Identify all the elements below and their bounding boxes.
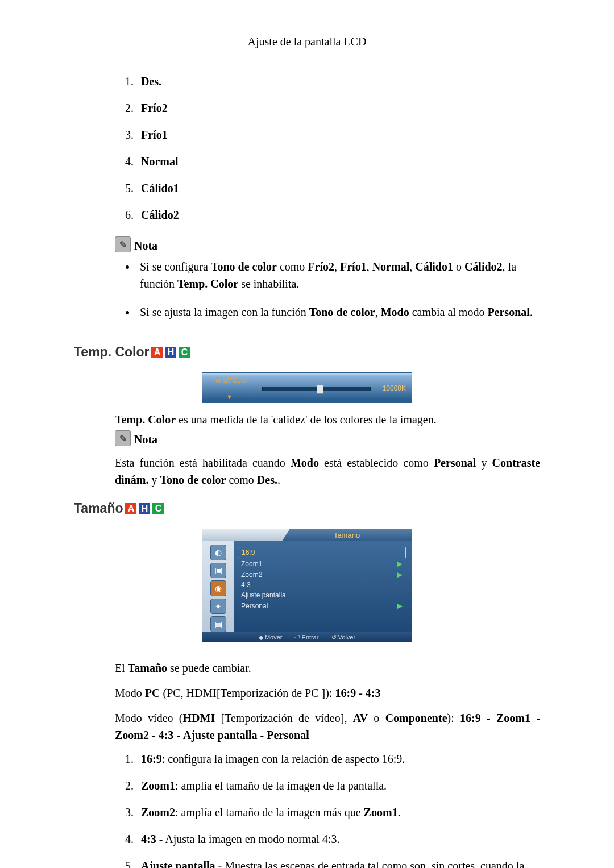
arrow-icon: ▶: [397, 559, 403, 568]
temp-color-note-text: Esta función está habilitada cuando Modo…: [115, 454, 540, 488]
list-item: Cálido1: [136, 182, 540, 209]
list-item: Cálido2: [136, 209, 540, 235]
list-item: Si se configura Tono de color como Frío2…: [136, 258, 540, 304]
slider-track: [262, 387, 371, 391]
temp-color-slider-panel: ▲▼ Temp. Color 10000K: [202, 372, 412, 403]
list-item: Zoom1: amplía el tamaño de la imagen de …: [136, 779, 540, 806]
arrow-icon: ▶: [397, 570, 403, 579]
slider-thumb: [317, 385, 323, 394]
list-item: Si se ajusta la imagen con la función To…: [136, 304, 540, 332]
list-item: 4:3 - Ajusta la imagen en modo normal 4:…: [136, 833, 540, 859]
list-item: Frío1: [136, 128, 540, 155]
section-heading-text: Temp. Color: [74, 344, 149, 360]
list-item: Normal: [136, 155, 540, 182]
note-label: Nota: [134, 239, 157, 252]
menu-item: Zoom2▶: [238, 569, 406, 580]
section-heading-temp-color: Temp. Color A H C: [74, 344, 540, 360]
menu-footer: ◆ Mover ⏎ Entrar ↺ Volver: [202, 632, 412, 642]
tone-color-list: Des. Frío2 Frío1 Normal Cálido1 Cálido2: [115, 75, 540, 235]
menu-list: 16:9 Zoom1▶ Zoom2▶ 4:3 Ajuste pantalla P…: [238, 547, 406, 611]
side-icon: ◐: [210, 545, 226, 560]
footer-hint: ⏎ Entrar: [294, 634, 318, 641]
menu-side-icons: ◐ ▣ ◉ ✦ ▤: [202, 541, 234, 632]
section-heading-tamano: Tamaño A H C: [74, 501, 540, 516]
tamano-p1: El Tamaño se puede cambiar.: [115, 659, 540, 676]
side-icon: ▤: [210, 616, 226, 632]
note-label: Nota: [134, 433, 157, 446]
tamano-menu-panel: Tamaño ◐ ▣ ◉ ✦ ▤ 16:9 Zoom1▶ Zoom2▶ 4:3 …: [202, 529, 412, 642]
footer-rule: [74, 828, 540, 828]
menu-tab-title: Tamaño: [282, 529, 412, 541]
list-item: Des.: [136, 75, 540, 102]
tamano-p3: Modo vídeo (HDMI [Temporización de vídeo…: [115, 709, 540, 744]
side-icon: ◉: [210, 580, 226, 596]
badge-a: A: [125, 503, 136, 514]
badge-a: A: [151, 347, 163, 358]
slider-value: 10000K: [383, 384, 406, 392]
note-block: ✎ Nota: [115, 430, 540, 446]
menu-item: 4:3: [238, 580, 406, 590]
slider-label: Temp. Color: [206, 376, 255, 384]
menu-item: 16:9: [238, 547, 406, 558]
menu-item: Personal▶: [238, 600, 406, 611]
side-icon: ✦: [210, 599, 226, 614]
list-item: Frío2: [136, 102, 540, 128]
badge-c: C: [152, 503, 164, 514]
list-item: 16:9: configura la imagen con la relació…: [136, 753, 540, 779]
page-header-title: Ajuste de la pantalla LCD: [74, 35, 540, 52]
note-icon: ✎: [115, 236, 131, 252]
footer-hint: ↺ Volver: [331, 634, 356, 641]
footer-hint: ◆ Mover: [259, 634, 283, 641]
badge-c: C: [179, 347, 190, 358]
arrow-icon: ▶: [397, 601, 403, 610]
tamano-size-list: 16:9: configura la imagen con la relació…: [115, 753, 540, 868]
note-icon: ✎: [115, 430, 131, 446]
menu-item: Zoom1▶: [238, 558, 406, 569]
list-item: Zoom2: amplía el tamaño de la imagen más…: [136, 806, 540, 833]
temp-color-desc: Temp. Color es una medida de la 'calidez…: [115, 411, 540, 428]
badge-h: H: [165, 347, 176, 358]
section-heading-text: Tamaño: [74, 501, 123, 516]
note-block: ✎ Nota: [115, 236, 540, 252]
note-bullets: Si se configura Tono de color como Frío2…: [115, 258, 540, 332]
badge-h: H: [139, 503, 150, 514]
list-item: Ajuste pantalla - Muestra las escenas de…: [136, 859, 540, 868]
tamano-p2: Modo PC (PC, HDMI[Temporización de PC ])…: [115, 684, 540, 701]
side-icon: ▣: [210, 563, 226, 579]
menu-item: Ajuste pantalla: [238, 590, 406, 600]
